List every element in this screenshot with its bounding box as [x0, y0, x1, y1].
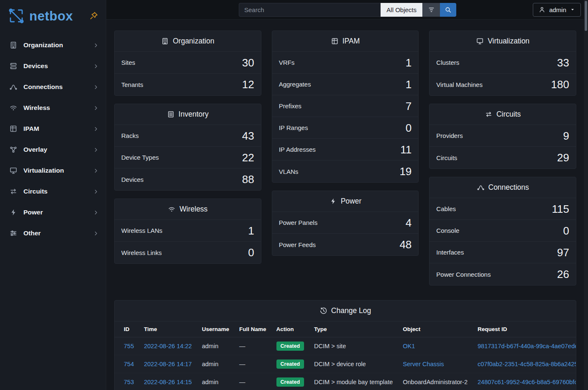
changelog-object-link[interactable]: Server Chassis: [403, 361, 444, 367]
card-header: Change Log: [115, 301, 576, 321]
netbox-logo-icon[interactable]: [8, 7, 25, 25]
stat-label[interactable]: Wireless LANs: [121, 227, 162, 234]
scrollbar-thumb[interactable]: [585, 1, 587, 31]
search-submit-button[interactable]: [440, 3, 456, 17]
stat-label[interactable]: Console: [436, 227, 459, 234]
sidebar-item-devices[interactable]: Devices: [0, 56, 106, 76]
table-row: 753 2022-08-26 14:15 admin — Created DCI…: [115, 373, 576, 390]
changelog-full-name: —: [234, 373, 271, 390]
sidebar-pin-toggle[interactable]: [89, 11, 98, 20]
stat-label[interactable]: Clusters: [436, 59, 459, 66]
stat-value[interactable]: 180: [551, 79, 569, 90]
stat-label[interactable]: Cables: [436, 205, 456, 212]
caret-down-icon: [570, 7, 575, 12]
sidebar-item-connections[interactable]: Connections: [0, 76, 106, 97]
stat-value[interactable]: 0: [248, 247, 254, 258]
sidebar-item-organization[interactable]: Organization: [0, 35, 106, 56]
card-title: Virtualization: [488, 37, 529, 46]
stat-label[interactable]: Tenants: [121, 81, 143, 88]
stat-label[interactable]: Providers: [436, 132, 463, 139]
stat-label[interactable]: Wireless Links: [121, 249, 162, 256]
changelog-time-link[interactable]: 2022-08-26 14:15: [144, 379, 192, 385]
stat-value[interactable]: 88: [242, 174, 254, 185]
stat-value[interactable]: 9: [563, 130, 569, 141]
stat-value[interactable]: 4: [406, 217, 412, 228]
stat-value[interactable]: 26: [557, 269, 569, 280]
global-search-group: All Objects: [239, 3, 456, 17]
stat-value[interactable]: 0: [563, 225, 569, 236]
stat-value[interactable]: 97: [557, 247, 569, 258]
netbox-logo-text[interactable]: netbox: [29, 10, 73, 23]
stat-value[interactable]: 12: [242, 79, 254, 90]
sidebar-item-ipam[interactable]: IPAM: [0, 118, 106, 139]
stat-label[interactable]: Prefixes: [279, 102, 302, 110]
stat-value[interactable]: 0: [406, 122, 412, 133]
stat-label[interactable]: Aggregates: [279, 81, 311, 88]
stat-value[interactable]: 1: [406, 57, 412, 68]
stat-label[interactable]: Interfaces: [436, 249, 464, 256]
search-filter-button[interactable]: [422, 3, 440, 17]
cable-icon: [9, 83, 18, 91]
stat-value[interactable]: 115: [552, 204, 569, 214]
changelog-username: admin: [197, 373, 234, 390]
monitor-icon: [476, 37, 484, 45]
stat-label[interactable]: Circuits: [436, 154, 457, 161]
stat-label[interactable]: Device Types: [121, 154, 159, 161]
changelog-id-link[interactable]: 753: [124, 379, 134, 385]
stat-value[interactable]: 29: [557, 152, 569, 163]
person-icon: [539, 6, 545, 13]
stat-label[interactable]: VLANs: [279, 168, 299, 175]
stat-label[interactable]: Power Feeds: [279, 241, 316, 248]
stat-value[interactable]: 11: [400, 144, 412, 155]
stat-value[interactable]: 1: [248, 225, 254, 236]
stat-value[interactable]: 48: [399, 239, 412, 250]
dashboard-column-2: IPAM VRFs 1 Aggregates 1 Prefixes 7: [272, 31, 419, 256]
changelog-time-link[interactable]: 2022-08-26 14:17: [144, 361, 192, 367]
stat-row-console: Console 0: [429, 220, 576, 242]
stat-label[interactable]: Devices: [121, 176, 143, 183]
stat-label[interactable]: Power Connections: [436, 271, 491, 278]
stat-value[interactable]: 30: [242, 57, 254, 68]
changelog-id-link[interactable]: 755: [124, 343, 134, 349]
stat-value[interactable]: 33: [557, 57, 569, 68]
changelog-request-id-link[interactable]: 9817317d-b67f-440a-99ca-4ae07ede94df: [478, 343, 576, 349]
stat-value[interactable]: 43: [242, 130, 254, 141]
stat-value[interactable]: 1: [406, 79, 412, 90]
ip-table-icon: [9, 125, 18, 133]
stat-value[interactable]: 22: [242, 152, 254, 163]
changelog-request-id-link[interactable]: c07f0ab2-2351-4c58-825a-8b6a2425a1ab: [478, 361, 576, 367]
column-header-full-name: Full Name: [234, 321, 271, 337]
stat-label[interactable]: VRFs: [279, 59, 295, 66]
changelog-request-id-link[interactable]: 24807c61-9952-49c6-b8a5-69760bfcc4b3: [478, 379, 576, 385]
stat-value[interactable]: 7: [406, 101, 412, 112]
sidebar-item-power[interactable]: Power: [0, 202, 106, 223]
stat-label[interactable]: IP Ranges: [279, 124, 308, 131]
table-row: 755 2022-08-26 14:22 admin — Created DCI…: [115, 337, 576, 355]
user-menu-button[interactable]: admin: [533, 3, 581, 17]
dashboard-content: Organization Sites 30 Tenants 12 Invento…: [106, 20, 588, 390]
changelog-time-link[interactable]: 2022-08-26 14:22: [144, 343, 192, 349]
virtualization-card: Virtualization Clusters 33 Virtual Machi…: [429, 31, 576, 96]
dashboard-column-1: Organization Sites 30 Tenants 12 Invento…: [114, 31, 261, 264]
logo-row: netbox: [0, 0, 106, 32]
page-scrollbar[interactable]: [584, 0, 588, 390]
changelog-type: DCIM > site: [309, 337, 398, 355]
stat-row-virtual-machines: Virtual Machines 180: [429, 74, 576, 95]
circuits-card: Circuits Providers 9 Circuits 29: [429, 104, 576, 169]
sidebar-item-overlay[interactable]: Overlay: [0, 139, 106, 160]
sidebar-item-virtualization[interactable]: Virtualization: [0, 160, 106, 181]
sidebar-item-other[interactable]: Other: [0, 223, 106, 244]
stat-label[interactable]: IP Addresses: [279, 146, 316, 153]
stat-label[interactable]: Power Panels: [279, 219, 318, 226]
sidebar-item-circuits[interactable]: Circuits: [0, 181, 106, 202]
stat-value[interactable]: 19: [399, 166, 412, 177]
global-search-input[interactable]: [239, 3, 381, 17]
chevron-right-icon: [93, 147, 99, 153]
stat-label[interactable]: Racks: [121, 132, 139, 139]
stat-label[interactable]: Sites: [121, 59, 135, 66]
object-type-select-button[interactable]: All Objects: [381, 3, 422, 17]
stat-label[interactable]: Virtual Machines: [436, 81, 483, 88]
sidebar-item-wireless[interactable]: Wireless: [0, 97, 106, 118]
changelog-object-link[interactable]: OK1: [403, 343, 415, 349]
changelog-id-link[interactable]: 754: [124, 361, 134, 367]
